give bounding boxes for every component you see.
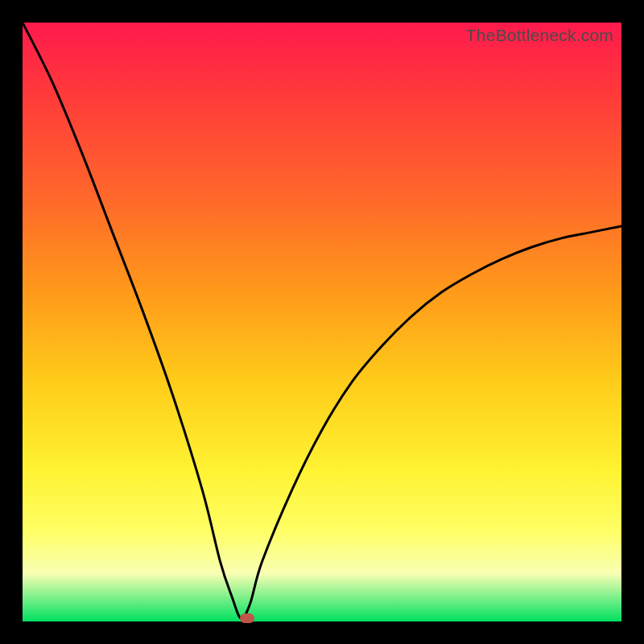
curve-svg [23,23,621,621]
plot-area: TheBottleneck.com [23,23,621,621]
chart-frame: TheBottleneck.com [0,0,644,644]
optimal-marker [240,613,254,623]
bottleneck-curve [23,23,621,618]
